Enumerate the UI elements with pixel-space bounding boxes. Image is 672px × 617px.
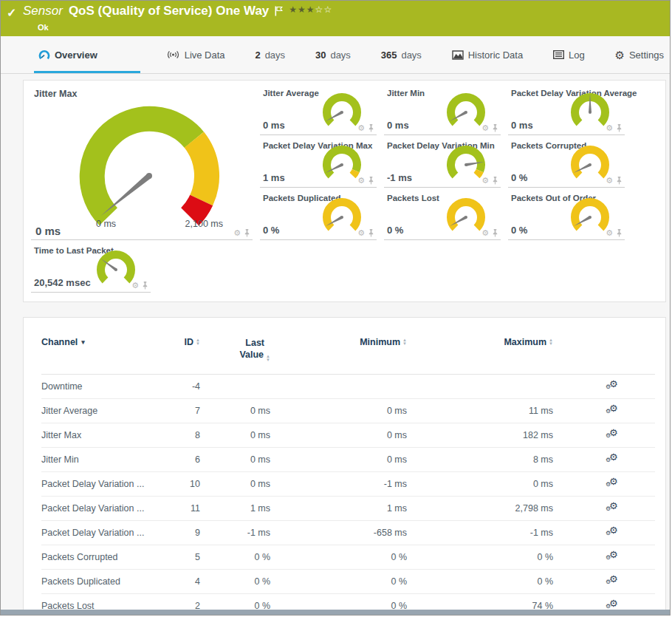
- pin-icon[interactable]: [616, 177, 623, 185]
- tab-overview[interactable]: Overview: [34, 36, 140, 73]
- channel-id: 10: [160, 479, 200, 489]
- pin-icon[interactable]: [244, 229, 250, 237]
- channel-name[interactable]: Packets Corrupted: [41, 552, 160, 562]
- channel-last-value: 0 ms: [200, 454, 270, 465]
- gauge-jitter-min[interactable]: Jitter Min 0 ms ⚙: [384, 86, 501, 135]
- channel-name[interactable]: Packets Duplicated: [41, 576, 160, 587]
- channel-minimum: 0 ms: [270, 454, 407, 465]
- gauge-packets-out-of-order[interactable]: Packets Out of Order 0 % ⚙: [508, 191, 625, 240]
- gauge-settings-icon[interactable]: ⚙: [233, 229, 241, 237]
- gauge-title: Jitter Max: [34, 89, 77, 99]
- pin-icon[interactable]: [368, 177, 374, 185]
- channel-id: 6: [160, 454, 200, 465]
- sort-desc-icon[interactable]: ▾: [81, 338, 85, 346]
- channel-minimum: 0 %: [270, 552, 407, 562]
- table-row[interactable]: Jitter Min 6 0 ms 0 ms 8 ms ⚙⚙: [41, 448, 655, 472]
- flag-icon[interactable]: [275, 6, 283, 16]
- channel-name[interactable]: Jitter Min: [41, 454, 160, 465]
- gauge-packets-corrupted[interactable]: Packets Corrupted 0 % ⚙: [508, 139, 625, 188]
- gauge-jitter-average[interactable]: Jitter Average 0 ms ⚙: [260, 86, 377, 135]
- column-header-maximum[interactable]: Maximum ▲▼: [407, 337, 553, 347]
- gauge-icon: [38, 50, 50, 60]
- gauge-packets-duplicated[interactable]: Packets Duplicated 0 % ⚙: [260, 191, 377, 240]
- column-header-minimum[interactable]: Minimum ▲▼: [270, 337, 407, 347]
- gauge-settings-icon[interactable]: ⚙: [357, 229, 365, 237]
- channel-settings-icon[interactable]: ⚙⚙: [606, 502, 620, 514]
- table-row[interactable]: Packets Duplicated 4 0 % 0 % 0 % ⚙⚙: [41, 570, 655, 594]
- channel-id: 9: [160, 528, 200, 538]
- sort-icon[interactable]: ▲▼: [266, 355, 270, 362]
- gauge-time-to-last-packet[interactable]: Time to Last Packet 20,542 msec ⚙: [31, 244, 151, 293]
- table-row[interactable]: Jitter Average 7 0 ms 0 ms 11 ms ⚙⚙: [41, 399, 655, 423]
- pin-icon[interactable]: [492, 124, 498, 132]
- pin-icon[interactable]: [368, 124, 374, 132]
- pin-icon[interactable]: [368, 229, 374, 237]
- table-row[interactable]: Jitter Max 8 0 ms 0 ms 182 ms ⚙⚙: [41, 423, 655, 448]
- channel-settings-icon[interactable]: ⚙⚙: [606, 429, 620, 440]
- pin-icon[interactable]: [492, 177, 498, 185]
- channel-maximum: 0 %: [407, 552, 553, 562]
- channel-settings-icon[interactable]: ⚙⚙: [606, 526, 620, 538]
- channel-name[interactable]: Packet Delay Variation ...: [41, 479, 160, 489]
- gauge-title: Jitter Average: [263, 89, 319, 98]
- gauge-packet-delay-variation-min[interactable]: Packet Delay Variation Min -1 ms ⚙: [384, 139, 501, 188]
- gauge-settings-icon[interactable]: ⚙: [481, 229, 489, 237]
- channel-maximum: 182 ms: [407, 430, 553, 440]
- tab-settings[interactable]: ⚙ Settings: [610, 36, 668, 73]
- tab-365-days[interactable]: 365 days: [377, 36, 426, 73]
- channel-settings-icon[interactable]: ⚙⚙: [606, 575, 620, 587]
- channel-last-value: 0 %: [200, 576, 270, 587]
- gauge-settings-icon[interactable]: ⚙: [606, 124, 613, 132]
- scrollbar-thumb[interactable]: [1, 610, 670, 615]
- channel-name[interactable]: Packet Delay Variation ...: [41, 528, 160, 538]
- channel-name[interactable]: Packet Delay Variation ...: [41, 503, 160, 514]
- pin-icon[interactable]: [142, 282, 148, 290]
- sort-icon[interactable]: ▲▼: [549, 338, 553, 346]
- star-empty-icon: ☆: [323, 4, 332, 15]
- tab-live-data[interactable]: Live Data: [162, 36, 230, 73]
- table-row[interactable]: Downtime -4 ⚙⚙: [41, 375, 655, 399]
- column-header-channel[interactable]: Channel ▾: [41, 337, 160, 347]
- sensor-title-line: Sensor QoS (Quality of Service) One Way …: [23, 4, 332, 18]
- pin-icon[interactable]: [492, 229, 498, 237]
- gauge-settings-icon[interactable]: ⚙: [606, 177, 613, 185]
- table-row[interactable]: Packet Delay Variation ... 10 0 ms -1 ms…: [41, 472, 655, 497]
- tab-label: Live Data: [185, 50, 225, 61]
- tab-log[interactable]: Log: [549, 36, 589, 73]
- gauge-settings-icon[interactable]: ⚙: [357, 177, 365, 185]
- gauge-settings-icon[interactable]: ⚙: [606, 229, 613, 237]
- column-header-last-value[interactable]: Last Value▲▼: [200, 337, 270, 362]
- channel-settings-icon[interactable]: ⚙⚙: [606, 380, 620, 392]
- table-row[interactable]: Packet Delay Variation ... 11 1 ms 1 ms …: [41, 497, 655, 521]
- channel-settings-icon[interactable]: ⚙⚙: [606, 404, 620, 416]
- gauge-packets-lost[interactable]: Packets Lost 0 % ⚙: [384, 191, 501, 240]
- gauge-settings-icon[interactable]: ⚙: [481, 177, 489, 185]
- channel-settings-icon[interactable]: ⚙⚙: [606, 477, 620, 489]
- gauge-packet-delay-variation-max[interactable]: Packet Delay Variation Max 1 ms ⚙: [260, 139, 377, 188]
- gauge-settings-icon[interactable]: ⚙: [131, 282, 139, 290]
- tab-2-days[interactable]: 2 days: [250, 36, 289, 73]
- gauge-jitter-max[interactable]: Jitter Max 0 ms 2,100 ms 0 ms ⚙: [31, 86, 253, 240]
- channel-name[interactable]: Jitter Max: [41, 430, 160, 440]
- gauge-settings-icon[interactable]: ⚙: [357, 124, 365, 132]
- table-row[interactable]: Packets Corrupted 5 0 % 0 % 0 % ⚙⚙: [41, 545, 655, 570]
- gauge-value: 1 ms: [263, 172, 285, 183]
- tab-historic-data[interactable]: Historic Data: [448, 36, 527, 73]
- channel-maximum: 11 ms: [407, 406, 553, 416]
- channel-settings-icon[interactable]: ⚙⚙: [606, 550, 620, 562]
- gauge-scale-min: 0 ms: [96, 219, 116, 229]
- channel-settings-icon[interactable]: ⚙⚙: [606, 453, 620, 465]
- gauge-settings-icon[interactable]: ⚙: [481, 124, 489, 132]
- priority-star-rating[interactable]: ★★★☆☆: [289, 4, 332, 15]
- table-row[interactable]: Packet Delay Variation ... 9 -1 ms -658 …: [41, 521, 655, 545]
- horizontal-scrollbar[interactable]: [1, 610, 670, 615]
- pin-icon[interactable]: [616, 229, 623, 237]
- tab-30-days[interactable]: 30 days: [311, 36, 355, 73]
- channel-name[interactable]: Downtime: [41, 381, 160, 392]
- pin-icon[interactable]: [616, 124, 623, 132]
- gauge-scale: 0 ms 2,100 ms: [96, 219, 223, 229]
- channel-name[interactable]: Jitter Average: [41, 406, 160, 416]
- channel-last-value: 0 ms: [200, 479, 270, 489]
- gauge-packet-delay-variation-average[interactable]: Packet Delay Variation Average 0 ms ⚙: [508, 86, 625, 135]
- column-header-id[interactable]: ID ▲▼: [160, 337, 200, 347]
